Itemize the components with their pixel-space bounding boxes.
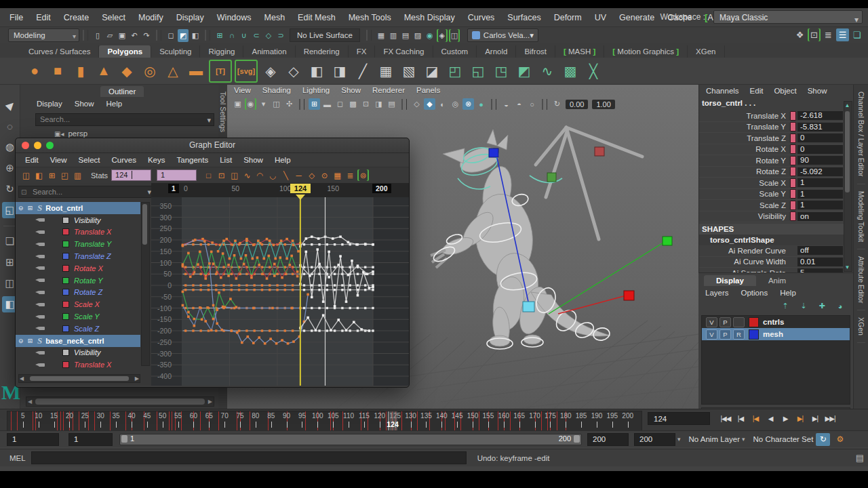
scroll-up-icon[interactable]: ▲ (844, 102, 850, 108)
side-tab-attribute-editor[interactable]: Attribute Editor (857, 249, 865, 310)
layer-editor-tab-display[interactable]: Display (704, 275, 756, 286)
channel-attr-row[interactable]: Rotate Z-5.092 (699, 167, 844, 178)
pin-channel-icon[interactable] (39, 363, 45, 367)
snap-curve-icon[interactable]: ∩ (226, 29, 237, 42)
textured-icon[interactable]: ◐ (437, 98, 448, 110)
layer-playback-toggle[interactable]: P (719, 329, 731, 340)
channel-attr-row[interactable]: Scale Y1 (699, 189, 844, 201)
channel-attr-row[interactable]: Scale X1 (699, 178, 844, 189)
viewport-menu-lighting[interactable]: Lighting (302, 86, 330, 94)
menu-display[interactable]: Display (176, 13, 204, 22)
side-tab-modeling-toolkit[interactable]: Modeling Toolkit (857, 184, 865, 249)
channel-attr-row[interactable]: Translate X-2.618 (699, 110, 844, 122)
attr-value[interactable]: 0.01 (797, 258, 843, 266)
animation-preferences-button[interactable]: ⚙ (833, 433, 847, 446)
attr-value[interactable]: -2.618 (797, 111, 843, 120)
shelf-tab-mash[interactable]: [ MASH ] (555, 45, 604, 58)
tree-channel-translate-z[interactable]: Translate Z (16, 250, 140, 262)
graph-editor-menu-keys[interactable]: Keys (148, 156, 165, 164)
step-forward-frame-button[interactable]: ▶| (808, 411, 822, 426)
pin-channel-icon[interactable] (39, 351, 45, 354)
menu-mesh-display[interactable]: Mesh Display (404, 13, 455, 22)
layer-playback-toggle[interactable]: P (719, 317, 731, 327)
go-to-end-button[interactable]: ▶▶| (823, 411, 837, 426)
step-tangent-icon[interactable]: ◇ (306, 169, 317, 181)
quad-draw-icon[interactable]: ▧ (399, 61, 419, 81)
svg-tool-icon[interactable]: [svg] (235, 60, 258, 83)
menu-mesh[interactable]: Mesh (264, 13, 285, 22)
shelf-tab-arnold[interactable]: Arnold (477, 45, 516, 58)
attr-value[interactable]: 0 (797, 145, 843, 154)
pin-channel-icon[interactable] (39, 230, 45, 234)
grid-icon[interactable]: ⊞ (309, 98, 320, 110)
linear-tangent-icon[interactable]: ╲ (280, 169, 292, 181)
scrollbar-thumb[interactable] (142, 204, 147, 245)
attr-value[interactable]: 1 (797, 201, 843, 209)
scrollbar-thumb[interactable] (35, 399, 205, 405)
gamma-value[interactable]: 1.00 (592, 100, 614, 109)
arnold-renderview-icon[interactable]: ◉ (425, 29, 435, 42)
attr-value[interactable]: off (797, 246, 843, 255)
exposure-icon[interactable]: ↻ (551, 98, 563, 110)
side-tab-xgen[interactable]: XGen (857, 310, 865, 343)
side-tab-channel-box-layer-editor[interactable]: Channel Box / Layer Editor (857, 85, 865, 184)
menu-uv[interactable]: UV (595, 13, 606, 22)
attr-value[interactable]: 90 (797, 156, 843, 165)
insert-keys-tool-icon[interactable]: ◧ (33, 169, 45, 181)
attr-value[interactable]: -5.092 (797, 167, 843, 176)
poly-torus-icon[interactable]: ◎ (140, 61, 160, 81)
create-layer-icon[interactable]: ◕ (835, 300, 846, 312)
time-slider-ruler[interactable]: 5101520253035404550556065707580859095100… (7, 411, 642, 431)
pin-channel-icon[interactable] (39, 243, 45, 246)
poly-sphere-icon[interactable]: ● (24, 61, 45, 81)
mash-spline-icon[interactable]: ∿ (537, 61, 557, 81)
menu-edit-mesh[interactable]: Edit Mesh (298, 13, 336, 22)
shelf-tab-fx-caching[interactable]: FX Caching (375, 45, 433, 58)
range-slider-track[interactable]: 1200 (119, 434, 582, 445)
mel-input[interactable] (31, 451, 467, 464)
range-end-handle[interactable] (574, 435, 580, 443)
ruler-tick-0[interactable]: 0 (184, 184, 188, 192)
graph-editor-menu-select[interactable]: Select (79, 156, 100, 164)
layer-editor-tab-anim[interactable]: Anim (756, 275, 798, 286)
plot-time-ruler[interactable]: 0501001501200124 (151, 183, 409, 198)
minimize-window-icon[interactable] (34, 142, 41, 149)
redo-icon[interactable]: ↷ (141, 29, 152, 42)
viewport-menu-renderer[interactable]: Renderer (372, 86, 405, 94)
no-live-surface-field[interactable]: No Live Surface (290, 28, 360, 42)
current-frame-field[interactable]: 124 (648, 412, 710, 425)
graph-editor-menu-edit[interactable]: Edit (25, 156, 39, 164)
mash-cube-icon[interactable]: ◩ (514, 61, 534, 81)
camera-lock-icon[interactable]: ◉ (245, 98, 256, 110)
safe-title-icon[interactable]: ▤ (386, 98, 397, 110)
viewport-menu-view[interactable]: View (234, 86, 251, 94)
channel-box-menu-edit[interactable]: Edit (750, 87, 764, 95)
menu-file[interactable]: File (9, 13, 23, 22)
graph-editor-titlebar[interactable]: Graph Editor (16, 138, 409, 153)
channel-attr-row[interactable]: Scale Z1 (699, 200, 844, 211)
stats-frame-field[interactable]: 124 (111, 169, 151, 181)
select-object-icon[interactable]: ◩ (178, 29, 189, 42)
mash-dynamics-icon[interactable]: ◳ (491, 61, 511, 81)
tree-channel-rotate-z[interactable]: Rotate Z (16, 287, 140, 299)
tree-node-base_neck_cntrl[interactable]: ⊖⊞Sbase_neck_cntrl (16, 335, 140, 347)
isolate-icon[interactable]: ◒ (500, 98, 512, 110)
playback-start-field[interactable]: 1 (68, 433, 113, 446)
outliner-search-input[interactable]: Search...▾ (35, 113, 214, 126)
attr-value[interactable]: 1 (797, 178, 843, 187)
grease-pencil-icon[interactable]: ≣ (822, 28, 835, 41)
move-keys-tool-icon[interactable]: ◫ (20, 169, 32, 181)
mash-connect-icon[interactable]: ╳ (583, 61, 604, 81)
gate-mask-icon[interactable]: ▩ (347, 98, 359, 110)
menu-curves[interactable]: Curves (468, 13, 495, 22)
image-plane-icon[interactable]: ◫ (271, 98, 282, 110)
pin-channel-icon[interactable] (39, 279, 45, 282)
safe-action-icon[interactable]: ◨ (373, 98, 384, 110)
tree-node-Root_cntrl[interactable]: ⊖⊞SRoot_cntrl (16, 202, 140, 214)
ao-icon[interactable]: ● (475, 98, 487, 110)
attr-value[interactable]: 0 (797, 134, 843, 142)
close-window-icon[interactable] (22, 142, 29, 149)
tree-channel-rotate-y[interactable]: Rotate Y (16, 274, 140, 287)
2d-pan-icon[interactable]: ✣ (283, 98, 295, 110)
select-tool[interactable]: ▶ (0, 94, 21, 117)
